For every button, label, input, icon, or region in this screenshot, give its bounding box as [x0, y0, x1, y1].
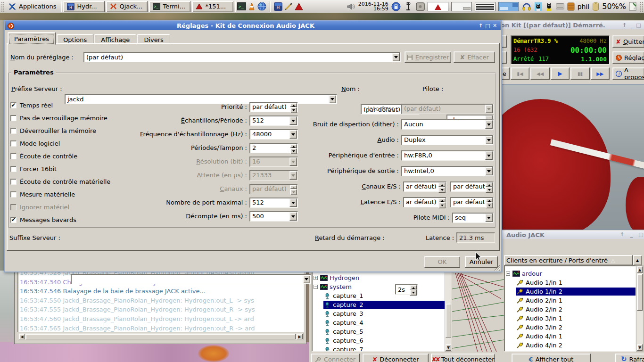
- spin-buttons[interactable]: [410, 285, 417, 294]
- spin-buttons[interactable]: [290, 103, 297, 111]
- spin-buttons[interactable]: [486, 182, 493, 191]
- ok-button[interactable]: OK: [424, 256, 460, 268]
- tree-client-system[interactable]: −system: [312, 282, 446, 291]
- attente-en-s-combo[interactable]: 21333: [249, 170, 298, 181]
- task-button-qjack[interactable]: Qjack...: [106, 1, 148, 12]
- port[interactable]: Audio 2/in 2: [516, 305, 636, 313]
- checkbox-box[interactable]: ✔: [10, 217, 17, 223]
- volume-icon[interactable]: [347, 3, 355, 10]
- dropdown-arrow-icon[interactable]: [289, 157, 297, 166]
- checkbox-box[interactable]: [10, 153, 17, 159]
- decompte-en-ms-combo[interactable]: 500: [249, 211, 298, 222]
- vlc-cone-icon[interactable]: [248, 2, 256, 11]
- spin-down-icon[interactable]: [486, 202, 493, 208]
- bruit-de-dispertion-dither-combo[interactable]: Aucun: [401, 119, 494, 130]
- maximize-icon[interactable]: □: [637, 231, 644, 238]
- clock[interactable]: 2016-11-16 16:59: [358, 2, 388, 11]
- web-browser-icon[interactable]: [257, 2, 266, 11]
- spin-buttons[interactable]: [486, 198, 493, 206]
- spin-up-icon[interactable]: [290, 185, 297, 189]
- headphones-icon[interactable]: [522, 2, 531, 11]
- latence-e-s-spin-2[interactable]: par défaut): [450, 197, 494, 207]
- port[interactable]: Audio 2/in 1: [516, 296, 636, 304]
- deconnecter-button[interactable]: ✘Déconnecter: [363, 354, 429, 362]
- screenshot-icon[interactable]: [416, 2, 425, 11]
- spin-down-icon[interactable]: [290, 189, 297, 195]
- tab-parametres[interactable]: Paramètres: [8, 32, 56, 45]
- terminal-launcher-icon[interactable]: >_: [237, 2, 246, 10]
- tree-port-audio-4-in-1[interactable]: Audio 4/in 1: [504, 332, 636, 341]
- scroll-right-icon[interactable]: ▶: [297, 334, 303, 339]
- task-button-hydr[interactable]: HHydr...: [63, 1, 105, 12]
- minimize-icon[interactable]: _: [628, 22, 635, 28]
- shade-icon[interactable]: ↑: [619, 231, 626, 238]
- dropdown-arrow-icon[interactable]: [289, 212, 297, 221]
- spin-down-icon[interactable]: [438, 187, 446, 193]
- collapse-icon[interactable]: −: [314, 285, 318, 289]
- dialog-titlebar[interactable]: Réglages - Kit de Connexion Audio JACK ↑…: [5, 21, 501, 30]
- spin-down-icon[interactable]: [410, 289, 417, 296]
- selected-port[interactable]: capture_2: [323, 301, 446, 309]
- checkbox-box[interactable]: [10, 204, 17, 210]
- scroll-left-icon[interactable]: ◀: [19, 334, 25, 339]
- checkbox-box[interactable]: [10, 179, 17, 185]
- spin-down-icon[interactable]: [290, 107, 297, 113]
- port[interactable]: Audio 4/in 2: [516, 341, 636, 349]
- expand-icon[interactable]: +: [314, 276, 318, 280]
- tree-port-audio-3-in-1[interactable]: Audio 3/in 1: [504, 314, 636, 323]
- scroll-down-icon[interactable]: ▼: [446, 344, 451, 351]
- tree-port-capture-4[interactable]: capture_4: [312, 318, 446, 327]
- frequence-d-echantillonnage-hz-combo[interactable]: 48000: [249, 129, 298, 140]
- transport-play-icon[interactable]: ▶: [551, 67, 570, 80]
- package-icon[interactable]: [567, 2, 575, 11]
- port[interactable]: capture_7: [323, 346, 446, 352]
- shade-icon[interactable]: ↑: [621, 22, 628, 28]
- selected-port[interactable]: Audio 1/in 2: [516, 288, 636, 296]
- qjackctl-titlebar[interactable]: on Kit [(par défaut)] Démarré. ↑ _ □: [499, 21, 644, 29]
- transport-pause-icon[interactable]: ▮▮: [570, 67, 589, 80]
- close-icon[interactable]: ✕: [491, 23, 498, 29]
- scroll-up-icon[interactable]: ▲: [637, 266, 643, 273]
- transport-forward-icon[interactable]: ▶▶: [591, 67, 610, 80]
- input-ports-scrollbar[interactable]: ▲ ▼: [636, 265, 644, 352]
- resolution-bit-combo[interactable]: 16: [249, 156, 298, 167]
- dropdown-arrow-icon[interactable]: [485, 120, 493, 129]
- panel-grip[interactable]: [1, 1, 5, 12]
- window-preview-lines[interactable]: [475, 2, 495, 11]
- interface-combo[interactable]: (par défaut): [401, 104, 494, 114]
- pen-icon[interactable]: [284, 2, 293, 11]
- echantillons-periode-combo[interactable]: 512: [249, 115, 298, 126]
- tout-deconnecter-button[interactable]: ✘✘Tout déconnecter: [431, 354, 495, 362]
- audio-combo[interactable]: Duplex: [401, 135, 494, 145]
- port[interactable]: Audio 3/in 1: [516, 314, 636, 322]
- tree-port-audio-4-in-2[interactable]: Audio 4/in 2: [504, 341, 636, 350]
- spin-up-icon[interactable]: [290, 103, 297, 107]
- settings-button[interactable]: Réglages: [612, 51, 644, 64]
- peripherique-d-entree-combo[interactable]: hw:F8R,0: [401, 150, 494, 161]
- afficher-tout-button[interactable]: €Afficher tout: [512, 354, 591, 362]
- port[interactable]: capture_5: [323, 328, 446, 336]
- connecter-button[interactable]: Connecter: [311, 354, 360, 362]
- notes-icon[interactable]: [629, 2, 637, 11]
- input-ports-header[interactable]: Clients en ecriture / Ports d'entré △: [504, 255, 633, 265]
- window-preview-blank[interactable]: [451, 2, 472, 11]
- tree-port-capture-3[interactable]: capture_3: [312, 309, 446, 318]
- port[interactable]: Audio 3/in 2: [516, 323, 636, 331]
- header-corner-button[interactable]: ▲: [633, 255, 642, 265]
- about-button[interactable]: i À propos: [612, 67, 644, 80]
- tree-port-capture-2[interactable]: capture_2: [312, 300, 446, 309]
- save-preset-button[interactable]: Enregistrer: [405, 51, 451, 63]
- port[interactable]: Audio 4/in 1: [516, 332, 636, 340]
- task-button-termi[interactable]: >_Termi...: [149, 1, 190, 12]
- tree-client-ardour[interactable]: −ardour: [504, 269, 636, 278]
- quit-button[interactable]: ✘ Quitter: [612, 35, 644, 48]
- periodes-tampon-spin[interactable]: 2: [249, 143, 298, 153]
- spin-up-icon[interactable]: [438, 182, 446, 187]
- tree-port-audio-2-in-1[interactable]: Audio 2/in 1: [504, 296, 636, 305]
- dropdown-arrow-icon[interactable]: [289, 116, 297, 125]
- priorite-spin[interactable]: par défaut): [249, 102, 298, 112]
- dropdown-arrow-icon[interactable]: [485, 151, 493, 160]
- port[interactable]: capture_1: [323, 292, 446, 300]
- ardour-launcher-icon[interactable]: [295, 3, 303, 10]
- pilote-midi-combo[interactable]: seq: [452, 213, 494, 223]
